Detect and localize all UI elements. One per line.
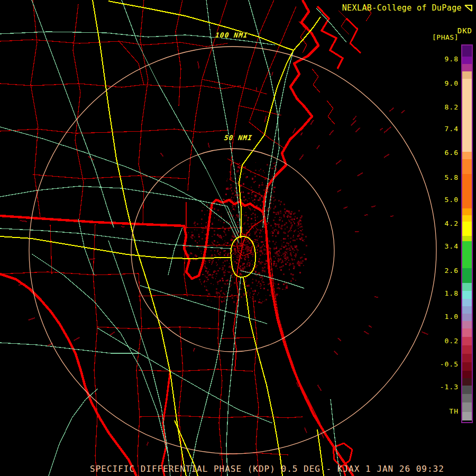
colorbar-segment [462,321,472,328]
status-bar-text: SPECIFIC DIFFERENTIAL PHASE (KDP) 0.5 DE… [90,464,444,474]
range-ring-label-50nmi: 50 NMI [224,134,253,142]
colorbar-segment [462,371,472,378]
colorbar-tick-label: 9.8 [416,55,459,63]
colorbar-segment [462,378,472,386]
colorbar-tick-label: 0.2 [416,337,459,345]
radar-echo-layer [19,61,428,445]
colorbar-tick-label: 1.8 [416,289,459,297]
colorbar-segment [462,236,472,241]
colorbar-segment [462,71,472,79]
colorbar-tick-label: 5.0 [416,196,459,204]
colorbar-segment [462,79,472,152]
road-lines [0,0,346,476]
colorbar-segment [462,268,472,283]
colorbar-segment [462,152,472,159]
header-title-text: NEXLAB-College of DuPage [342,3,462,13]
colorbar-segment [462,241,472,268]
colorbar-segment [462,314,472,321]
colorbar-segment [462,402,472,412]
colorbar-segment [462,45,472,57]
colorbar-tick-label: 2.6 [416,267,459,274]
colorbar-segment [462,362,472,371]
radar-map [0,0,476,476]
colorbar-tick-label: -1.3 [416,383,459,391]
colorbar-segment [462,174,472,208]
colorbar-segment [462,299,472,306]
colorbar-segment [462,283,472,291]
colorbar [461,44,473,423]
highway-lines [0,0,324,476]
range-ring-label-100nmi: 100 NMI [215,31,248,39]
colorbar-segment [462,337,472,345]
product-code: DKD [457,26,472,35]
colorbar-tick-label: 4.2 [416,219,459,227]
colorbar-tick-label: -0.5 [416,360,459,368]
colorbar-segment [462,208,472,215]
colorbar-segment [462,386,472,394]
range-ring-100nmi [29,47,436,454]
colorbar-segment [462,159,472,174]
colorbar-segment [462,420,472,422]
colorbar-tick-label: 7.4 [416,125,459,133]
range-rings [29,47,436,454]
colorbar-tick-label: TH [416,407,459,415]
colorbar-segment [462,354,472,362]
colorbar-segment [462,222,472,236]
colorbar-tick-label: 8.2 [416,103,459,111]
product-units: [PHAS] [432,33,459,41]
colorbar-segment [462,328,472,337]
cod-weather-flag-icon [464,4,473,12]
colorbar-segment [462,394,472,402]
radar-display: 50 NMI 100 NMI NEXLAB-College of DuPage … [0,0,476,476]
colorbar-segment [462,291,472,299]
header-title: NEXLAB-College of DuPage [342,3,473,13]
coastline-state-border-lines [0,0,361,476]
colorbar-tick-label: 5.8 [416,173,459,181]
range-ring-50nmi [131,149,334,352]
colorbar-segment [462,306,472,314]
colorbar-segment [462,57,472,64]
colorbar-tick-label: 6.6 [416,149,459,157]
colorbar-tick-label: 1.0 [416,313,459,321]
colorbar-segment [462,412,472,420]
colorbar-segment [462,64,472,71]
colorbar-segment [462,215,472,222]
colorbar-tick-label: 3.4 [416,242,459,250]
colorbar-tick-label: 9.0 [416,79,459,87]
colorbar-segment [462,345,472,354]
